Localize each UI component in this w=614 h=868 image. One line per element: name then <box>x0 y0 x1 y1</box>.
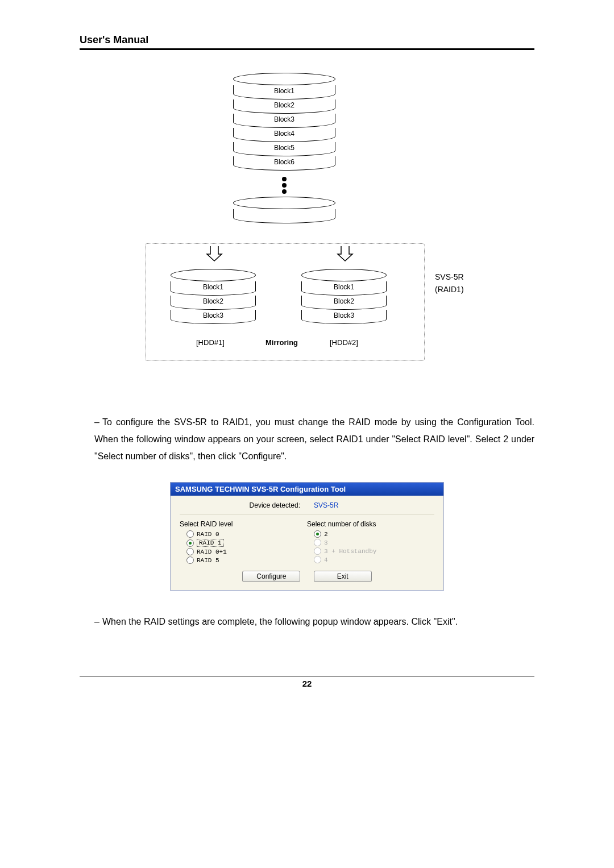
side-label-line2: (RAID1) <box>435 285 464 294</box>
radio-label: 3 <box>324 539 328 546</box>
mirroring-label: Mirroring <box>265 338 298 347</box>
block-row: Block1 <box>171 281 256 296</box>
page-number: 22 <box>302 679 312 688</box>
page-footer: 22 <box>80 676 534 689</box>
radio-label: 2 <box>324 531 328 538</box>
raid-option-0[interactable]: RAID 0 <box>186 530 307 538</box>
radio-icon <box>186 556 194 564</box>
device-detected-value: SVS-5R <box>307 501 434 509</box>
block-row-empty <box>233 209 335 223</box>
block-row: Block1 <box>233 85 335 99</box>
cylinder-top <box>233 197 335 209</box>
block-row: Block2 <box>171 296 256 310</box>
dialog-body: Device detected: SVS-5R Select RAID leve… <box>171 496 443 590</box>
paragraph-configure-instructions: –To configure the SVS-5R to RAID1, you m… <box>80 414 534 465</box>
block-row: Block6 <box>233 156 335 171</box>
dialog-titlebar: SAMSUNG TECHWIN SVS-5R Configuration Too… <box>171 483 443 496</box>
device-detected-row: Device detected: SVS-5R <box>180 501 434 514</box>
cylinder-top <box>301 269 387 281</box>
source-cylinder: Block1 Block2 Block3 Block4 Block5 Block… <box>233 73 335 171</box>
paragraph-text: To configure the SVS-5R to RAID1, you mu… <box>94 417 534 461</box>
exit-button[interactable]: Exit <box>314 571 372 582</box>
paragraph-exit-instructions: –When the RAID settings are complete, th… <box>80 613 534 630</box>
arrow-down-icon <box>337 245 354 262</box>
radio-label: RAID 1 <box>197 539 224 547</box>
block-row: Block3 <box>233 114 335 128</box>
source-cylinder-bottom <box>233 197 335 223</box>
radio-icon <box>314 556 321 563</box>
num-disks-group: Select number of disks 2 3 3 + Hotstandb… <box>307 520 434 565</box>
disks-option-3: 3 <box>314 539 434 546</box>
radio-label: RAID 5 <box>197 557 219 564</box>
num-disks-title: Select number of disks <box>307 520 434 528</box>
radio-icon <box>314 547 321 555</box>
raid-option-1[interactable]: RAID 1 <box>186 539 307 547</box>
radio-icon <box>186 530 194 538</box>
hdd1-label: [HDD#1] <box>196 338 225 347</box>
radio-icon <box>186 548 194 555</box>
radio-icon <box>314 530 321 538</box>
cylinder-top <box>171 269 256 281</box>
header-rule <box>80 48 534 50</box>
device-detected-label: Device detected: <box>180 501 307 509</box>
raid-option-5[interactable]: RAID 5 <box>186 556 307 564</box>
raid-level-group: Select RAID level RAID 0 RAID 1 RAID 0+1 <box>180 520 307 565</box>
block-row: Block3 <box>301 310 387 324</box>
radio-icon <box>186 539 194 547</box>
side-label: SVS-5R (RAID1) <box>435 271 464 296</box>
raid-diagram: Block1 Block2 Block3 Block4 Block5 Block… <box>108 73 506 391</box>
config-tool-dialog: SAMSUNG TECHWIN SVS-5R Configuration Too… <box>170 482 444 591</box>
page-header: User's Manual <box>80 34 534 46</box>
radio-label: 4 <box>324 556 328 563</box>
block-row: Block4 <box>233 128 335 142</box>
cylinder-top <box>233 73 335 85</box>
block-row: Block3 <box>171 310 256 324</box>
paragraph-text: When the RAID settings are complete, the… <box>102 617 458 626</box>
radio-label: 3 + Hotstandby <box>324 548 376 555</box>
block-row: Block1 <box>301 281 387 296</box>
raid-option-0plus1[interactable]: RAID 0+1 <box>186 548 307 555</box>
disks-option-2[interactable]: 2 <box>314 530 434 538</box>
ellipsis-dots <box>279 175 290 196</box>
radio-label: RAID 0+1 <box>197 549 227 555</box>
footer-rule <box>80 676 534 676</box>
configure-button[interactable]: Configure <box>242 571 300 582</box>
disks-option-4: 4 <box>314 556 434 563</box>
block-row: Block5 <box>233 142 335 156</box>
block-row: Block2 <box>301 296 387 310</box>
block-row: Block2 <box>233 99 335 114</box>
radio-icon <box>314 539 321 546</box>
side-label-line1: SVS-5R <box>435 272 464 281</box>
disks-option-3hot: 3 + Hotstandby <box>314 547 434 555</box>
arrow-down-icon <box>206 245 223 262</box>
hdd1-cylinder: Block1 Block2 Block3 <box>171 269 256 324</box>
hdd2-label: [HDD#2] <box>330 338 358 347</box>
raid-level-title: Select RAID level <box>180 520 307 528</box>
hdd2-cylinder: Block1 Block2 Block3 <box>301 269 387 324</box>
radio-label: RAID 0 <box>197 531 219 538</box>
